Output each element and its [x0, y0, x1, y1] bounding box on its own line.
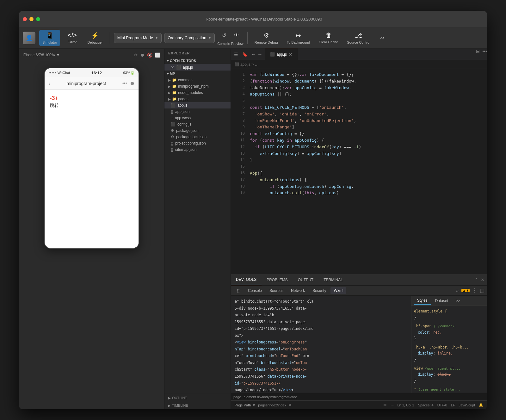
- dom-line-6[interactable]: ex">: [233, 332, 409, 339]
- screenshot-icon[interactable]: ⬜: [155, 52, 160, 58]
- timeline-section[interactable]: ▶ TIMELINE: [164, 402, 231, 409]
- record-icon[interactable]: ⏺: [140, 52, 145, 58]
- styles-tab-more[interactable]: >>: [453, 297, 463, 304]
- source-control-icon: ⎇: [355, 32, 362, 39]
- dom-line-5[interactable]: id="p-1599573741651-/pages/index/ind: [233, 325, 409, 332]
- style-block-h5-a: .h5-a, .h5-abbr, .h5-b... display: inlin…: [414, 344, 484, 363]
- folder-node-modules-icon: 📁: [172, 90, 177, 95]
- bell-icon[interactable]: 🔔: [479, 403, 483, 407]
- file-project-config-json[interactable]: {} project.config.json: [164, 140, 231, 146]
- folder-miniprogram-npm[interactable]: ▶ 📁 miniprogram_npm: [164, 83, 231, 90]
- devtools-tab-problems[interactable]: PROBLEMS: [262, 274, 293, 285]
- devtools-dom-tree[interactable]: e" bindtouchstart="onTouchStart" cla 5-d…: [231, 296, 411, 393]
- avatar[interactable]: 👤: [23, 32, 35, 44]
- phone-home-icon[interactable]: ⏺: [130, 81, 135, 86]
- compilation-dropdown[interactable]: Ordinary Compilation ▼: [164, 33, 215, 43]
- dom-line-3[interactable]: private-node-id="b-: [233, 312, 409, 319]
- file-app-json[interactable]: {} app.json: [164, 108, 231, 115]
- remote-debug-button[interactable]: ⚙ Remote Debug: [251, 30, 281, 46]
- dom-line-14[interactable]: pages/index/index">-</view>: [233, 387, 409, 393]
- editor-nav-back[interactable]: ← →: [249, 49, 265, 60]
- dom-text-11: chStart" class="h5-button node-b-: [235, 367, 307, 372]
- dom-line-9[interactable]: cel" bindtouchend="onTouchEnd" bin: [233, 353, 409, 360]
- sub-tab-wxml[interactable]: Wxml: [330, 287, 346, 294]
- devtools-inspect-icon[interactable]: ⬚: [233, 286, 244, 296]
- close-button[interactable]: [23, 17, 27, 21]
- file-package-lock-json[interactable]: ⚙ package-lock.json: [164, 134, 231, 140]
- preview-button[interactable]: 👁: [231, 30, 242, 40]
- file-sitemap-json[interactable]: {} sitemap.json: [164, 146, 231, 153]
- dom-line-4[interactable]: 1599573741655" data-private-page-: [233, 319, 409, 326]
- devtools-dock-icon[interactable]: ⬚: [480, 287, 484, 293]
- tab-close-button[interactable]: ✕: [289, 52, 293, 57]
- sub-tab-network[interactable]: Network: [288, 287, 308, 294]
- editor-sidebar-toggle[interactable]: ☰: [231, 49, 241, 60]
- devtools-tab-devtools[interactable]: DEVTOOLS: [231, 274, 262, 285]
- open-editors-header[interactable]: ▾ OPEN EDITORS: [164, 58, 231, 64]
- sound-icon[interactable]: 🔇: [147, 52, 152, 58]
- folder-common[interactable]: ▶ 📁 common: [164, 77, 231, 83]
- devtools-tab-output[interactable]: OUTPUT: [293, 274, 318, 285]
- debugger-button[interactable]: ⚡ Debugger: [84, 30, 106, 46]
- dom-line-13[interactable]: id="b-1599573741651-/: [233, 380, 409, 387]
- simulator-icons: ⟳ ⏺ 🔇 ⬜: [134, 52, 160, 58]
- more-toolbar-button[interactable]: >>: [377, 33, 387, 43]
- styles-tab-dataset[interactable]: Dataset: [432, 297, 451, 304]
- editor-button[interactable]: </> Editor: [63, 30, 82, 46]
- code-content-13: extraConfig[key] = appConfig[key]: [250, 151, 484, 157]
- code-content-1: var fakeWindow = {};var fakeDocument = {…: [250, 71, 484, 78]
- dom-line-1[interactable]: e" bindtouchstart="onTouchStart" cla: [233, 298, 409, 305]
- code-line-15: 15: [231, 164, 487, 170]
- split-editor-icon[interactable]: ⊟: [476, 49, 480, 60]
- eye-icon[interactable]: 👁: [383, 403, 387, 407]
- minimize-button[interactable]: [29, 17, 34, 21]
- simulator-button[interactable]: 📱 Simulator: [39, 30, 60, 46]
- source-control-button[interactable]: ⎇ Source Control: [344, 30, 373, 46]
- folder-node-modules[interactable]: ▶ 📁 node_modules: [164, 90, 231, 96]
- dom-line-8[interactable]: nTap" bindtouchcancel="onTouchCan: [233, 346, 409, 353]
- sub-tab-security[interactable]: Security: [309, 287, 329, 294]
- dom-line-12[interactable]: 1599573741656" data-private-node-: [233, 373, 409, 380]
- mode-dropdown-arrow: ▼: [155, 36, 158, 40]
- file-package-json[interactable]: ⚙ package.json: [164, 127, 231, 134]
- code-editor[interactable]: 1 var fakeWindow = {};var fakeDocument =…: [231, 69, 487, 274]
- file-app-js[interactable]: ⬛ app.js: [164, 102, 231, 108]
- sub-tab-console[interactable]: Console: [245, 287, 265, 294]
- file-app-wxss-name: app.wxss: [175, 116, 191, 120]
- refresh-button[interactable]: ↺: [219, 30, 229, 40]
- clear-cache-button[interactable]: 🗑 Clear Cache: [316, 30, 341, 46]
- mp-header[interactable]: ▾ MP: [164, 71, 231, 77]
- maximize-button[interactable]: [36, 17, 40, 21]
- to-background-button[interactable]: ↦ To Background: [284, 30, 313, 46]
- mode-dropdown[interactable]: Mini Program Mode ▼: [114, 33, 162, 43]
- dom-line-2[interactable]: 5-div node-b-1599573741655" data-: [233, 305, 409, 312]
- copy-icon[interactable]: ⧉: [289, 403, 291, 407]
- code-line-10: 10 const extraConfig = {}: [231, 131, 487, 137]
- sub-tab-sources[interactable]: Sources: [266, 287, 287, 294]
- collapse-panel-icon[interactable]: ⌃: [474, 277, 478, 282]
- file-app-wxss[interactable]: ~ app.wxss: [164, 115, 231, 121]
- folder-pages[interactable]: ▶ 📁 pages: [164, 96, 231, 102]
- file-config-js[interactable]: ⬛ config.js: [164, 121, 231, 127]
- dom-line-11[interactable]: chStart" class="h5-button node-b-: [233, 366, 409, 373]
- status-language[interactable]: JavaScript: [459, 403, 475, 407]
- phone-menu-icon[interactable]: •••: [122, 81, 127, 86]
- devtools-tab-terminal[interactable]: TERMINAL: [318, 274, 348, 285]
- code-content-6: const LIFE_CYCLE_METHODS = ['onLaunch',: [250, 104, 484, 111]
- dom-line-10[interactable]: nTouchMove" bindtouchstart="onTou: [233, 360, 409, 367]
- open-editor-app-js[interactable]: ✕ ⬛ app.js: [164, 64, 231, 71]
- page-path-dropdown[interactable]: Page Path ▼: [235, 403, 256, 407]
- dom-line-7[interactable]: <view bindlongpress="onLongPress": [233, 339, 409, 346]
- rotate-icon[interactable]: ⟳: [134, 52, 138, 58]
- more-editor-icon[interactable]: •••: [482, 49, 487, 60]
- close-panel-icon[interactable]: ✕: [481, 277, 484, 282]
- more-status-icon[interactable]: ···: [391, 403, 393, 407]
- styles-tab-styles[interactable]: Styles: [414, 297, 431, 305]
- outline-section[interactable]: ▶ OUTLINE: [164, 394, 231, 402]
- line-number-8: 8: [233, 118, 245, 124]
- device-selector[interactable]: iPhone 6/7/8 100% ▼: [23, 53, 60, 57]
- editor-tab-app-js[interactable]: ⬛ app.js ✕: [265, 49, 298, 60]
- devtools-settings-icon[interactable]: ⋮: [472, 287, 477, 293]
- dom-text-4: 1599573741655" data-private-page-: [235, 320, 307, 324]
- more-sub-tabs-icon[interactable]: »: [456, 288, 459, 293]
